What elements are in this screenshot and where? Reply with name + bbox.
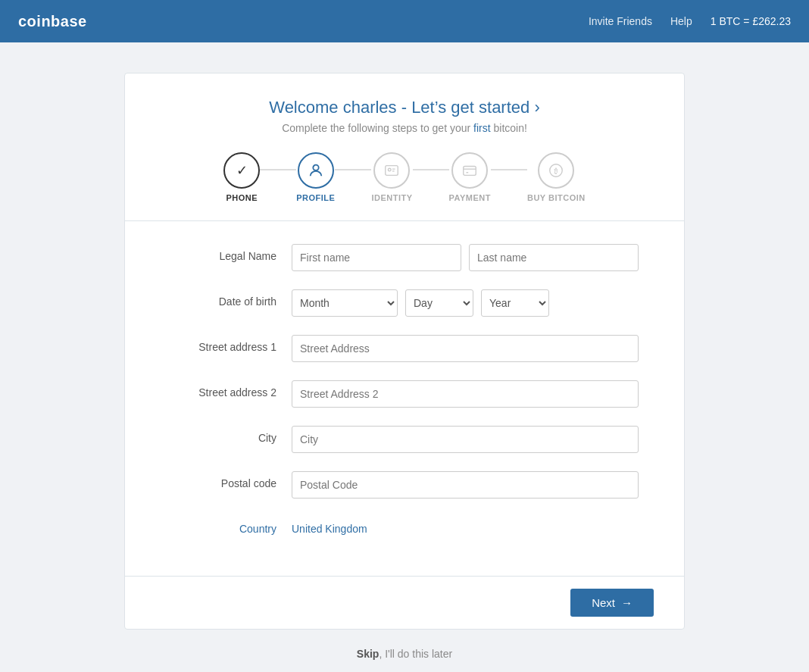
country-fields: United Kingdom	[292, 517, 639, 535]
step-payment-circle	[451, 152, 488, 189]
invite-friends-link[interactable]: Invite Friends	[589, 15, 652, 27]
header-nav: Invite Friends Help 1 BTC = £262.23	[589, 15, 791, 27]
legal-name-fields	[292, 244, 639, 271]
main-card: Welcome charles - Let’s get started › Co…	[124, 73, 685, 630]
street2-label: Street address 2	[170, 380, 292, 399]
connector-1	[260, 169, 296, 170]
svg-rect-3	[464, 167, 476, 176]
next-button[interactable]: Next →	[570, 589, 654, 617]
connector-2	[335, 169, 371, 170]
city-row: City	[170, 426, 639, 453]
svg-point-0	[313, 165, 318, 170]
street2-row: Street address 2	[170, 380, 639, 408]
connector-4	[491, 169, 527, 170]
country-value: United Kingdom	[292, 517, 367, 535]
step-identity-circle	[373, 152, 410, 189]
logo: coinbase	[18, 13, 87, 30]
step-buy-bitcoin: ₿ BUY BITCOIN	[527, 152, 586, 202]
step-payment-label: PAYMENT	[449, 193, 491, 202]
dob-fields: Month JanuaryFebruaryMarch AprilMayJune …	[292, 289, 639, 317]
country-label: Country	[170, 517, 292, 535]
help-link[interactable]: Help	[670, 15, 692, 27]
postal-input[interactable]	[292, 471, 639, 499]
month-select[interactable]: Month JanuaryFebruaryMarch AprilMayJune …	[292, 289, 398, 317]
step-phone-circle: ✓	[223, 152, 260, 189]
dob-row: Date of birth Month JanuaryFebruaryMarch…	[170, 289, 639, 317]
street1-label: Street address 1	[170, 335, 292, 353]
day-select[interactable]: Day 123456789101112131415161718192021222…	[405, 289, 473, 317]
city-label: City	[170, 426, 292, 444]
country-row: Country United Kingdom	[170, 517, 639, 535]
legal-name-row: Legal Name	[170, 244, 639, 271]
card-header: Welcome charles - Let’s get started › Co…	[125, 73, 684, 221]
step-buy-bitcoin-label: BUY BITCOIN	[527, 193, 586, 202]
btc-price: 1 BTC = £262.23	[711, 15, 791, 27]
postal-fields	[292, 471, 639, 499]
card-subtitle: Complete the following steps to get your…	[155, 122, 654, 134]
step-phone: ✓ PHONE	[223, 152, 260, 202]
skip-bold: Skip	[357, 648, 380, 660]
card-title: Welcome charles - Let’s get started ›	[155, 98, 654, 117]
street2-input[interactable]	[292, 380, 639, 408]
svg-rect-1	[386, 166, 398, 176]
last-name-input[interactable]	[469, 244, 639, 271]
page-main: Welcome charles - Let’s get started › Co…	[0, 42, 809, 672]
street1-input[interactable]	[292, 335, 639, 362]
legal-name-label: Legal Name	[170, 244, 292, 262]
svg-text:₿: ₿	[554, 167, 558, 175]
app-header: coinbase Invite Friends Help 1 BTC = £26…	[0, 0, 809, 42]
card-footer: Next →	[125, 576, 684, 629]
skip-line: Skip, I'll do this later	[357, 648, 452, 660]
step-profile-label: PROFILE	[296, 193, 335, 202]
postal-row: Postal code	[170, 471, 639, 499]
step-phone-label: PHONE	[226, 193, 258, 202]
street2-fields	[292, 380, 639, 408]
connector-3	[413, 169, 449, 170]
subtitle-prefix: Complete the following steps to get your	[282, 122, 473, 134]
steps-indicator: ✓ PHONE PROFILE	[155, 152, 654, 202]
city-input[interactable]	[292, 426, 639, 453]
city-fields	[292, 426, 639, 453]
step-profile: PROFILE	[296, 152, 335, 202]
svg-point-2	[389, 168, 392, 171]
street1-fields	[292, 335, 639, 362]
subtitle-suffix: bitcoin!	[491, 122, 527, 134]
subtitle-highlight: first	[473, 122, 491, 134]
next-arrow-icon: →	[621, 596, 633, 609]
step-identity-label: IDENTITY	[371, 193, 412, 202]
next-label: Next	[592, 596, 615, 609]
step-payment: PAYMENT	[449, 152, 491, 202]
dob-label: Date of birth	[170, 289, 292, 308]
step-profile-circle	[298, 152, 334, 189]
skip-rest: , I'll do this later	[379, 648, 452, 660]
step-buy-bitcoin-circle: ₿	[538, 152, 574, 189]
year-select[interactable]: Year 20152014201320122011201020092008200…	[481, 289, 549, 317]
first-name-input[interactable]	[292, 244, 461, 271]
postal-label: Postal code	[170, 471, 292, 489]
profile-form: Legal Name Date of birth Month JanuaryFe…	[125, 221, 684, 576]
street1-row: Street address 1	[170, 335, 639, 362]
step-identity: IDENTITY	[371, 152, 412, 202]
